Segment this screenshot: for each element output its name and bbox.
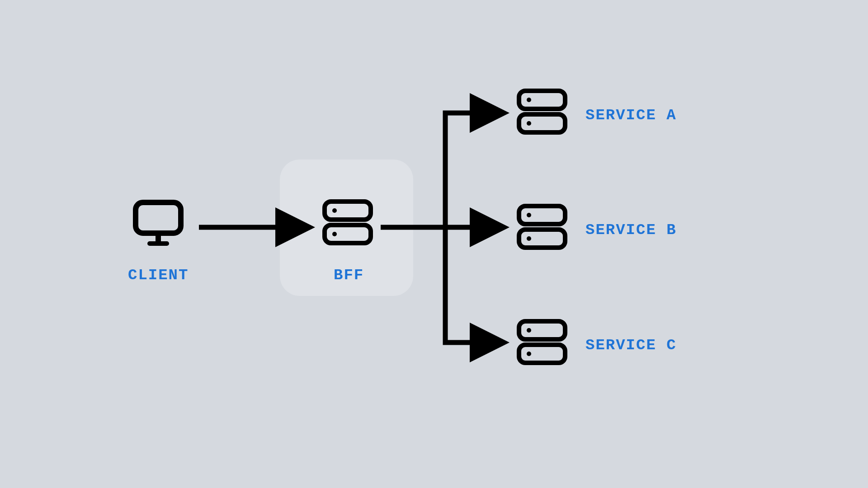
- edge-bff-service-a: [445, 113, 500, 227]
- diagram-stage: CLIENT BFF SERVICE A SERVICE B: [0, 0, 868, 488]
- edge-bff-service-c: [445, 227, 500, 343]
- arrows-layer: [0, 0, 868, 488]
